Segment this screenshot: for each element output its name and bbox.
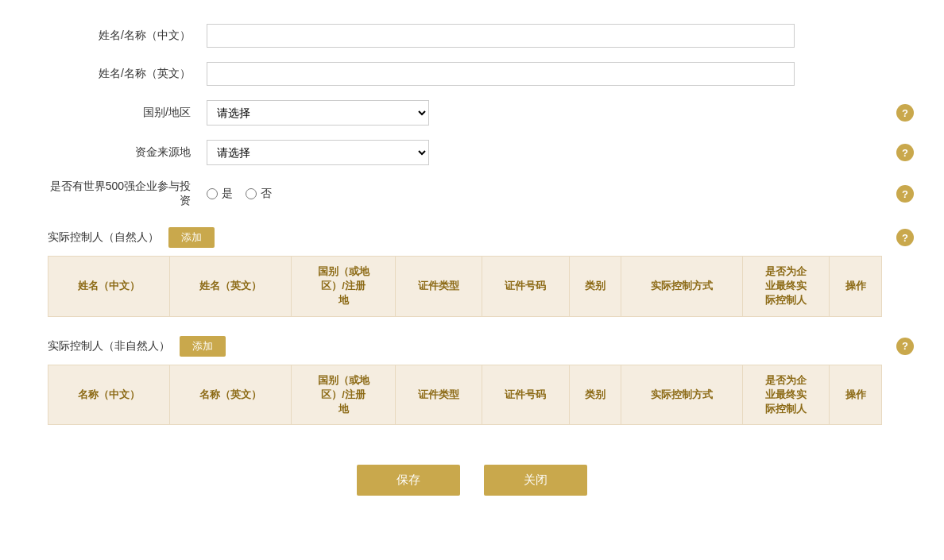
section2-add-button[interactable]: 添加 [180, 336, 226, 357]
name-en-row: 姓名/名称（英文） [48, 62, 882, 86]
save-button[interactable]: 保存 [357, 465, 460, 496]
section1-col-cert-no: 证件号码 [482, 257, 569, 317]
section2-col-control-method: 实际控制方式 [621, 365, 743, 425]
section2-col-cert-no: 证件号码 [482, 365, 569, 425]
world500-no-option[interactable]: 否 [246, 187, 272, 201]
section2-col-name-en: 名称（英文） [169, 365, 291, 425]
country-select[interactable]: 请选择 [207, 100, 429, 126]
section2-table: 名称（中文） 名称（英文） 国别（或地区）/注册地 证件类型 证件号码 类别 实… [48, 365, 882, 426]
section2-help-icon[interactable]: ? [896, 338, 914, 355]
section2-col-cert-type: 证件类型 [396, 365, 482, 425]
world500-radio-group: 是 否 [207, 187, 272, 201]
section2-header: 实际控制人（非自然人） 添加 ? [48, 336, 882, 357]
close-button[interactable]: 关闭 [484, 465, 587, 496]
name-cn-input[interactable] [207, 24, 795, 48]
section2-col-country: 国别（或地区）/注册地 [291, 365, 395, 425]
fund-source-row: 资金来源地 请选择 ? [48, 140, 882, 165]
section1-col-cert-type: 证件类型 [396, 257, 482, 317]
world500-no-label: 否 [261, 187, 272, 201]
fund-source-select[interactable]: 请选择 [207, 140, 429, 165]
country-label: 国别/地区 [48, 106, 207, 120]
section1-col-category: 类别 [569, 257, 621, 317]
section1-table: 姓名（中文） 姓名（英文） 国别（或地区）/注册地 证件类型 证件号码 类别 实… [48, 256, 882, 317]
world500-label: 是否有世界500强企业参与投资 [48, 180, 207, 208]
section2-col-is-ultimate: 是否为企业最终实际控制人 [743, 365, 830, 425]
section1-col-action: 操作 [830, 257, 882, 317]
fund-source-help-icon[interactable]: ? [896, 144, 914, 161]
country-help-icon[interactable]: ? [896, 104, 914, 122]
section1-col-name-en: 姓名（英文） [169, 257, 291, 317]
world500-no-radio[interactable] [246, 188, 257, 199]
section2-col-action: 操作 [830, 365, 882, 425]
section1-col-is-ultimate: 是否为企业最终实际控制人 [743, 257, 830, 317]
section1-col-country: 国别（或地区）/注册地 [291, 257, 395, 317]
name-en-input[interactable] [207, 62, 795, 86]
section1-table-header-row: 姓名（中文） 姓名（英文） 国别（或地区）/注册地 证件类型 证件号码 类别 实… [48, 257, 882, 317]
world500-row: 是否有世界500强企业参与投资 是 否 ? [48, 180, 882, 208]
world500-yes-option[interactable]: 是 [207, 187, 233, 201]
bottom-buttons: 保存 关闭 [48, 465, 896, 496]
name-cn-row: 姓名/名称（中文） [48, 24, 882, 48]
world500-yes-radio[interactable] [207, 188, 218, 199]
name-en-label: 姓名/名称（英文） [48, 67, 207, 81]
name-cn-label: 姓名/名称（中文） [48, 29, 207, 43]
section1-col-control-method: 实际控制方式 [621, 257, 743, 317]
section2-col-category: 类别 [569, 365, 621, 425]
world500-help-icon[interactable]: ? [896, 185, 914, 203]
main-form: 姓名/名称（中文） 姓名/名称（英文） 国别/地区 请选择 ? 资金来源地 请选… [48, 24, 882, 425]
section1-help-icon[interactable]: ? [896, 229, 914, 246]
section2-table-header-row: 名称（中文） 名称（英文） 国别（或地区）/注册地 证件类型 证件号码 类别 实… [48, 365, 882, 425]
section1-col-name-cn: 姓名（中文） [48, 257, 170, 317]
fund-source-label: 资金来源地 [48, 145, 207, 160]
country-row: 国别/地区 请选择 ? [48, 100, 882, 126]
section2-col-name-cn: 名称（中文） [48, 365, 170, 425]
section1-title: 实际控制人（自然人） [48, 230, 159, 245]
section1-add-button[interactable]: 添加 [168, 227, 215, 248]
section2-title: 实际控制人（非自然人） [48, 339, 170, 353]
section1-header: 实际控制人（自然人） 添加 ? [48, 227, 882, 248]
world500-yes-label: 是 [222, 187, 233, 201]
